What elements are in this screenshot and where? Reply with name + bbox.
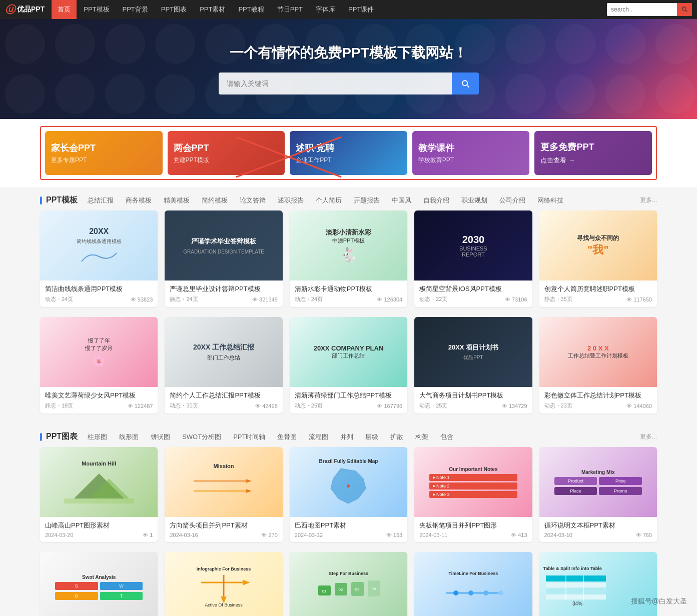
promo-card-5-title: 更多免费PPT bbox=[540, 141, 646, 153]
promo-card-2[interactable]: 两会PPT 党建PPT模版 bbox=[168, 131, 285, 175]
promo-card-2-sub: 党建PPT模版 bbox=[174, 156, 279, 164]
chart-card-r2-4[interactable]: Table & Split Info into Table 34% 行列表格PP… bbox=[539, 552, 657, 616]
chart-card-r2-3[interactable]: TimeLine For Business 方向箭头时间轴PPT素材 bbox=[414, 552, 532, 616]
template-thumb-1: 严谨学术毕业答辩模板 GRADUATION DESIGN TEMPLATE bbox=[165, 210, 282, 280]
tag-career[interactable]: 职业规划 bbox=[459, 196, 489, 205]
svg-text:04: 04 bbox=[372, 586, 376, 591]
template-thumb-4: 寻找与众不同的 "我" bbox=[539, 210, 657, 280]
template-name-6: 简约个人工作总结汇报PPT模板 bbox=[170, 391, 277, 400]
chart-card-r2-0[interactable]: Swot Analysis S W O T 环形箭头SWOT分析PPT素材 bbox=[40, 552, 158, 616]
template-views-7: 👁 167796 bbox=[377, 403, 402, 409]
hero-title: 一个有情怀的免费PPT模板下载网站！ bbox=[230, 44, 467, 62]
chart-tag-fishbone[interactable]: 鱼骨图 bbox=[275, 432, 299, 442]
template-card-1[interactable]: 严谨学术毕业答辩模板 GRADUATION DESIGN TEMPLATE 严谨… bbox=[165, 210, 282, 307]
hero-search-input[interactable] bbox=[219, 72, 452, 94]
tag-business[interactable]: 商务模板 bbox=[124, 196, 154, 205]
tag-report[interactable]: 述职报告 bbox=[276, 196, 306, 205]
hero-search-container bbox=[219, 72, 479, 94]
svg-text:03: 03 bbox=[355, 587, 360, 592]
nav-holiday-ppt[interactable]: 节日PPT bbox=[271, 0, 309, 19]
chart-card-1[interactable]: Mission 方向箭头项目并列PPT素材 2024-03-16 👁 270 bbox=[165, 447, 282, 542]
template-card-9[interactable]: 2 0 X X 工作总结暨工作计划模板 彩色微立体工作总结计划PPT模板 动态・… bbox=[539, 317, 657, 414]
template-card-4[interactable]: 寻找与众不同的 "我" 创意个人简历竞聘述职PPT模板 静态・35页 👁 117… bbox=[539, 210, 657, 307]
svg-point-21 bbox=[453, 590, 458, 596]
template-meta-2: 动态・24页 👁 126304 bbox=[295, 296, 402, 303]
nav-ppt-template[interactable]: PPT模板 bbox=[78, 0, 115, 19]
svg-point-8 bbox=[347, 484, 350, 488]
nav-ppt-course[interactable]: PPT课件 bbox=[342, 0, 380, 19]
template-info-4: 创意个人简历竞聘述职PPT模板 静态・35页 👁 117650 bbox=[539, 280, 657, 307]
template-info-1: 严谨总里毕业设计答辩PPT模板 静态・24页 👁 321349 bbox=[165, 280, 282, 307]
nav-search-button[interactable] bbox=[677, 3, 692, 16]
tag-chinese[interactable]: 中国风 bbox=[390, 196, 413, 205]
chart-card-r2-1[interactable]: Infographic For Business Active Of Busin… bbox=[165, 552, 282, 616]
promo-card-3-sub: 企业工作PPT bbox=[296, 156, 401, 164]
svg-rect-26 bbox=[546, 582, 606, 588]
chart-tag-hierarchy[interactable]: 层级 bbox=[363, 432, 380, 442]
nav-ppt-chart[interactable]: PPT图表 bbox=[155, 0, 193, 19]
tag-simple[interactable]: 简约模板 bbox=[200, 196, 230, 205]
templates-more-link[interactable]: 更多... bbox=[640, 196, 657, 204]
promo-card-3[interactable]: 述职·竞聘 企业工作PPT bbox=[290, 131, 407, 175]
chart-date-4: 2024-03-10 👁 760 bbox=[544, 532, 652, 538]
tag-opening[interactable]: 开题报告 bbox=[352, 196, 382, 205]
chart-cards-row1: Mountain Hill 山峰高山PPT图形素材 2024-03-20 👁 1… bbox=[40, 447, 657, 542]
chart-card-4[interactable]: Marketing Mix Product Price Place Promo … bbox=[539, 447, 657, 542]
tag-beautiful[interactable]: 精美模板 bbox=[162, 196, 192, 205]
nav-home[interactable]: 首页 bbox=[52, 0, 77, 19]
tag-tech[interactable]: 网络科技 bbox=[535, 196, 565, 205]
nav-ppt-tutorial[interactable]: PPT教程 bbox=[232, 0, 270, 19]
chart-tag-flow[interactable]: 流程图 bbox=[307, 432, 330, 442]
promo-card-3-title: 述职·竞聘 bbox=[296, 142, 401, 154]
chart-card-3[interactable]: Our Important Notes ● Note 1 ● Note 2 ● … bbox=[414, 447, 532, 542]
hero-search-button[interactable] bbox=[452, 72, 479, 94]
site-logo[interactable]: ⓤ 优品PPT bbox=[5, 3, 45, 16]
chart-card-r2-2[interactable]: Step For Business 01020304 四步流程图PPT素材 bbox=[290, 552, 407, 616]
template-pages-3: 动态・22页 bbox=[419, 296, 447, 303]
chart-tag-timeline[interactable]: PPT时间轴 bbox=[231, 432, 267, 442]
ppt-charts-title: PPT图表 bbox=[40, 432, 78, 442]
nav-search-input[interactable] bbox=[607, 3, 677, 16]
charts-more-link[interactable]: 更多... bbox=[640, 432, 657, 441]
template-card-0[interactable]: 20XX 简约线线条通用模板 简洁曲线线条通用PPT模板 动态・24页 👁 93… bbox=[40, 210, 158, 307]
nav-font-library[interactable]: 字体库 bbox=[310, 0, 341, 19]
template-card-2[interactable]: 淡彩小清新水彩 中澳PPT模板 🐇 清新水彩卡通动物PPT模板 动态・24页 👁… bbox=[290, 210, 407, 307]
chart-tag-parallel[interactable]: 并列 bbox=[338, 432, 355, 442]
template-card-7[interactable]: 20XX COMPANY PLAN 部门工作总结 清新薄荷绿部门工作总结PPT模… bbox=[290, 317, 407, 414]
svg-rect-27 bbox=[546, 588, 606, 594]
chart-tag-bar[interactable]: 柱形图 bbox=[86, 432, 109, 442]
promo-grid: 家长会PPT 更多专题PPT 两会PPT 党建PPT模版 述职·竞聘 企业工作P… bbox=[40, 126, 657, 180]
chart-tag-line[interactable]: 线形图 bbox=[117, 432, 141, 442]
template-meta-9: 动态・23页 👁 144060 bbox=[544, 402, 652, 410]
template-meta-4: 静态・35页 👁 117650 bbox=[544, 296, 652, 303]
nav-ppt-material[interactable]: PPT素材 bbox=[194, 0, 231, 19]
chart-thumb-r2-1: Infographic For Business Active Of Busin… bbox=[165, 552, 282, 616]
tag-thesis[interactable]: 论文答辩 bbox=[238, 196, 268, 205]
chart-card-0[interactable]: Mountain Hill 山峰高山PPT图形素材 2024-03-20 👁 1 bbox=[40, 447, 158, 542]
promo-card-5[interactable]: 更多免费PPT 点击查看 → bbox=[534, 131, 652, 175]
chart-tag-structure[interactable]: 构架 bbox=[413, 432, 430, 442]
tag-company[interactable]: 公司介绍 bbox=[497, 196, 527, 205]
chart-tag-contain[interactable]: 包含 bbox=[438, 432, 455, 442]
template-card-8[interactable]: 20XX 项目计划书 优品PPT 大气商务项目计划书PPT模板 动态・25页 👁… bbox=[414, 317, 532, 414]
chart-tag-pie[interactable]: 饼状图 bbox=[149, 432, 172, 442]
chart-tag-swot[interactable]: SWOT分析图 bbox=[180, 432, 223, 442]
template-thumb-9: 2 0 X X 工作总结暨工作计划模板 bbox=[539, 317, 657, 387]
template-info-0: 简洁曲线线条通用PPT模板 动态・24页 👁 93823 bbox=[40, 280, 158, 307]
chart-card-2[interactable]: Brazil Fully Editable Map 巴西地图PPT素材 2024… bbox=[290, 447, 407, 542]
promo-card-4[interactable]: 教学课件 学校教育PPT bbox=[412, 131, 530, 175]
template-card-6[interactable]: 20XX 工作总结汇报 部门工作总结 简约个人工作总结汇报PPT模板 动态・30… bbox=[165, 317, 282, 414]
nav-ppt-background[interactable]: PPT背景 bbox=[117, 0, 154, 19]
svg-text:34%: 34% bbox=[572, 601, 582, 606]
tag-resume[interactable]: 个人简历 bbox=[314, 196, 344, 205]
logo-icon: ⓤ bbox=[5, 3, 15, 16]
template-card-5[interactable]: 慢了了年 慢了了岁月 🌸 唯美文艺薄荷绿少女风PPT模板 静态・19页 👁 12… bbox=[40, 317, 158, 414]
template-pages-0: 动态・24页 bbox=[45, 296, 73, 303]
template-card-3[interactable]: 2030 BUSINESS REPORT 极简星空背景IOS风PPT模板 动态・… bbox=[414, 210, 532, 307]
promo-card-1[interactable]: 家长会PPT 更多专题PPT bbox=[45, 131, 163, 175]
tag-summary[interactable]: 总结汇报 bbox=[86, 196, 116, 205]
chart-tag-diffuse[interactable]: 扩散 bbox=[388, 432, 405, 442]
template-info-7: 清新薄荷绿部门工作总结PPT模板 动态・25页 👁 167796 bbox=[290, 387, 407, 414]
tag-intro[interactable]: 自我介绍 bbox=[421, 196, 451, 205]
chart-thumb-r2-4: Table & Split Info into Table 34% bbox=[539, 552, 657, 616]
